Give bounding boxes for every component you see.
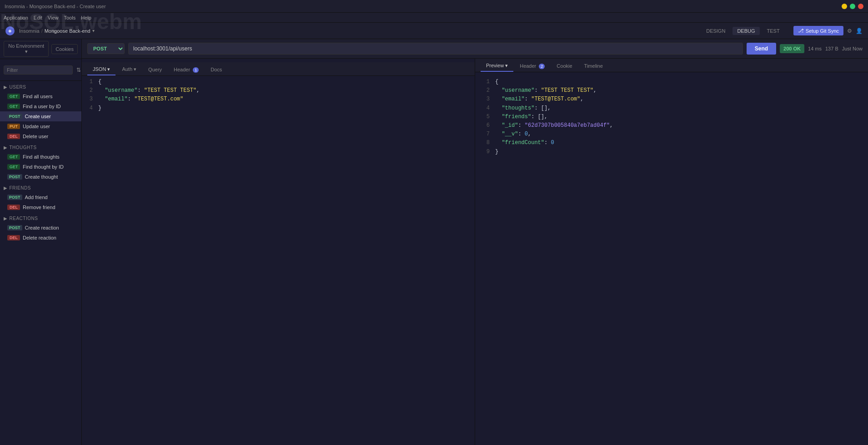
method-badge-get: GET [7, 104, 20, 109]
method-badge-del: DEL [7, 205, 20, 210]
tab-test[interactable]: TEST [763, 27, 784, 35]
timestamp: Just Now [842, 46, 863, 51]
code-line: 7 "__v": 0, [482, 130, 861, 139]
tab-debug[interactable]: DEBUG [733, 27, 759, 35]
account-icon[interactable]: 👤 [856, 28, 863, 34]
code-line: 8 "friendCount": 0 [482, 139, 861, 147]
method-selector[interactable]: POST GET PUT DELETE [87, 43, 125, 54]
reactions-section-icon: ▶ [4, 216, 8, 221]
code-line: 1 { [85, 78, 471, 86]
menu-view[interactable]: View [48, 15, 59, 20]
app-icon: ◈ [5, 26, 15, 35]
minimize-btn[interactable] [842, 4, 847, 9]
method-badge-del: DEL [7, 134, 20, 139]
cookies-button[interactable]: Cookies [51, 44, 78, 54]
setup-git-button[interactable]: ⎇ Setup Git Sync [793, 26, 843, 35]
method-badge-post: POST [7, 114, 22, 119]
menu-tools[interactable]: Tools [64, 15, 75, 20]
maximize-btn[interactable] [850, 4, 855, 9]
sidebar-item-find-thought-by-id[interactable]: GET Find thought by ID [0, 162, 81, 172]
breadcrumb-sep: / [41, 28, 43, 34]
breadcrumb-dropdown-icon[interactable]: ▾ [92, 28, 95, 33]
menu-application[interactable]: Application [4, 15, 28, 20]
response-body: 1 { 2 "username": "TEST TEST TEST", 3 [479, 76, 864, 158]
nav-label: Find thought by ID [23, 164, 64, 170]
git-icon: ⎇ [798, 28, 804, 34]
code-line: 3 "email": "TEST@TEST.com" [85, 95, 471, 104]
nav-label: Delete reaction [23, 235, 56, 240]
sidebar-item-add-friend[interactable]: POST Add friend [0, 192, 81, 202]
close-btn[interactable] [858, 4, 863, 9]
friends-section-label: FRIENDS [10, 185, 31, 190]
tab-query[interactable]: Query [143, 65, 167, 75]
nav-label: Create user [25, 114, 51, 119]
tab-cookie[interactable]: Cookie [551, 61, 577, 72]
request-body-editor[interactable]: 1 { 2 "username": "TEST TEST TEST", 3 "e… [82, 76, 475, 115]
main-layout: No Environment ▾ Cookies ⇅ ＋ ▾ ▶ USERS G… [0, 39, 868, 445]
tab-preview[interactable]: Preview ▾ [481, 60, 513, 72]
sidebar-item-delete-reaction[interactable]: DEL Delete reaction [0, 233, 81, 243]
settings-icon[interactable]: ⚙ [847, 28, 852, 34]
status-badge: 200 OK [780, 44, 804, 53]
response-time: 14 ms [808, 46, 822, 51]
code-line: 3 "email": "TEST@TEST.com", [482, 95, 861, 104]
sidebar-item-find-all-users[interactable]: GET Find all users [0, 91, 81, 101]
split-panel: JSON ▾ Auth ▾ Query Header 1 Docs 1 { 2 [82, 59, 868, 445]
code-line: 6 "_id": "62d7307b005840a7eb7ad04f", [482, 121, 861, 130]
sidebar-item-find-user-by-id[interactable]: GET Find a user by ID [0, 101, 81, 111]
nav-label: Find all users [23, 94, 52, 99]
send-button[interactable]: Send [747, 43, 776, 55]
breadcrumb: Insomnia / Mongoose Back-end ▾ [19, 28, 95, 34]
response-panel: Preview ▾ Header 2 Cookie Timeline 1 { 2 [475, 59, 868, 445]
sidebar-item-remove-friend[interactable]: DEL Remove friend [0, 202, 81, 212]
menu-help[interactable]: Help [81, 15, 91, 20]
users-section-label: USERS [10, 85, 26, 90]
app-header: ◈ Insomnia / Mongoose Back-end ▾ DESIGN … [0, 23, 868, 39]
section-users: ▶ USERS [0, 81, 81, 91]
header-actions: ⎇ Setup Git Sync ⚙ 👤 [793, 26, 863, 35]
tab-header[interactable]: Header 1 [168, 65, 204, 75]
reactions-section-label: REACTIONS [10, 216, 38, 221]
nav-label: Create reaction [25, 225, 59, 230]
url-input[interactable] [128, 43, 743, 55]
section-reactions: ▶ REACTIONS [0, 212, 81, 223]
thoughts-section-label: THOUGHTS [10, 145, 37, 150]
tab-timeline[interactable]: Timeline [579, 61, 608, 72]
nav-label: Add friend [25, 195, 48, 200]
sidebar-sort-btn[interactable]: ⇅ [75, 66, 82, 74]
filter-input[interactable] [4, 65, 73, 75]
method-badge-get: GET [7, 94, 20, 99]
sidebar-item-create-reaction[interactable]: POST Create reaction [0, 223, 81, 233]
sidebar-item-find-all-thoughts[interactable]: GET Find all thoughts [0, 152, 81, 162]
response-tab-bar: Preview ▾ Header 2 Cookie Timeline [475, 59, 868, 72]
tab-json[interactable]: JSON ▾ [87, 64, 115, 75]
nav-label: Create thought [25, 174, 58, 180]
tab-response-header[interactable]: Header 2 [514, 61, 550, 72]
method-badge-post: POST [7, 195, 22, 200]
response-size: 137 B [825, 46, 838, 51]
tab-design[interactable]: DESIGN [702, 27, 730, 35]
sidebar-item-create-thought[interactable]: POST Create thought [0, 172, 81, 182]
nav-label: Find a user by ID [23, 104, 61, 109]
menu-edit[interactable]: Edit [34, 15, 42, 20]
app-title: Insomnia - Mongoose Back-end - Create us… [5, 4, 106, 9]
method-badge-put: PUT [7, 124, 20, 129]
request-tab-bar: JSON ▾ Auth ▾ Query Header 1 Docs [82, 62, 475, 76]
breadcrumb-root[interactable]: Insomnia [19, 28, 40, 34]
env-selector[interactable]: No Environment ▾ [4, 41, 49, 57]
sidebar-item-create-user[interactable]: POST Create user [0, 111, 81, 121]
header-tabs: DESIGN DEBUG TEST [702, 27, 784, 35]
nav-label: Find all thoughts [23, 154, 60, 160]
sidebar: No Environment ▾ Cookies ⇅ ＋ ▾ ▶ USERS G… [0, 39, 82, 445]
tab-auth[interactable]: Auth ▾ [116, 64, 142, 75]
tab-docs[interactable]: Docs [205, 65, 227, 75]
sidebar-top: ⇅ ＋ ▾ [0, 59, 81, 81]
sidebar-item-delete-user[interactable]: DEL Delete user [0, 131, 81, 141]
breadcrumb-current[interactable]: Mongoose Back-end [45, 28, 90, 34]
sidebar-item-update-user[interactable]: PUT Update user [0, 121, 81, 131]
friends-section-icon: ▶ [4, 185, 8, 190]
method-badge-del: DEL [7, 235, 20, 240]
content-area: POST GET PUT DELETE Send 200 OK 14 ms 13… [82, 39, 868, 445]
code-line: 1 { [482, 78, 861, 86]
thoughts-section-icon: ▶ [4, 145, 8, 150]
